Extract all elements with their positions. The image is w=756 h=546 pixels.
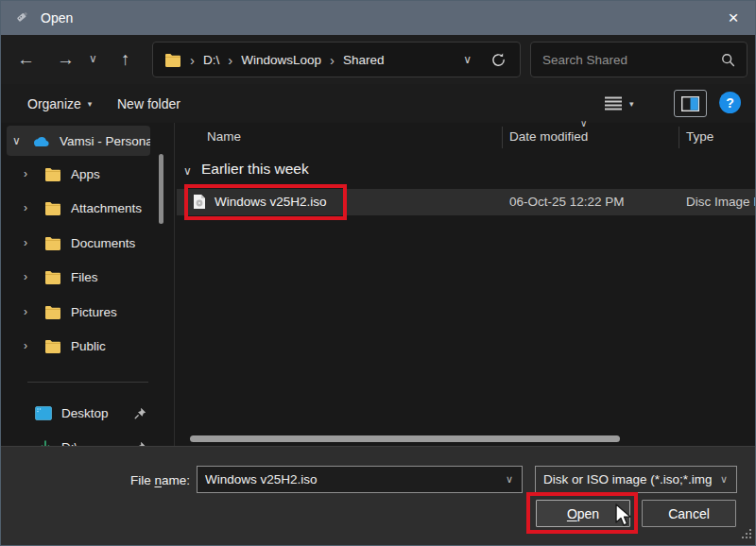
breadcrumb-separator: ›: [228, 52, 232, 68]
sidebar-item-desktop[interactable]: Desktop: [7, 398, 152, 428]
column-header-name[interactable]: Name: [207, 129, 241, 144]
forward-button[interactable]: →: [57, 50, 75, 68]
sidebar-scrollbar[interactable]: [159, 154, 163, 224]
sidebar-item-public[interactable]: › Public: [7, 331, 152, 361]
sidebar-item-label: Apps: [71, 167, 100, 181]
sidebar-item-label: Desktop: [61, 406, 109, 420]
sort-indicator-icon: ∨: [580, 118, 587, 128]
folder-icon: [44, 236, 61, 250]
details-view-icon: [604, 95, 623, 111]
breadcrumb-separator: ›: [190, 52, 195, 68]
organize-label: Organize: [27, 96, 81, 111]
cancel-button[interactable]: Cancel: [642, 500, 736, 527]
usb-drive-icon: [14, 9, 30, 28]
view-mode-button[interactable]: ▾: [604, 84, 634, 123]
column-divider[interactable]: [502, 127, 503, 148]
file-type-value: Disk or ISO image (*.iso;*.img;*: [536, 472, 712, 486]
chevron-right-icon[interactable]: ›: [24, 236, 35, 249]
file-name-label: File name:: [122, 473, 190, 487]
folder-icon: [164, 53, 181, 67]
pin-icon: [134, 407, 146, 419]
folder-icon: [44, 201, 61, 215]
folder-icon: [44, 167, 61, 181]
help-icon: ?: [726, 95, 734, 111]
window-title: Open: [41, 10, 73, 26]
column-header-date-modified[interactable]: Date modified: [509, 129, 588, 144]
close-icon: ×: [728, 8, 738, 28]
breadcrumb-item-windowsloop[interactable]: WindowsLoop: [241, 53, 321, 67]
chevron-right-icon[interactable]: ›: [24, 201, 35, 214]
file-name-combobox[interactable]: ∨: [197, 466, 523, 493]
sidebar-item-label: Pictures: [71, 305, 117, 319]
sidebar-item-label: Vamsi - Personal: [60, 134, 150, 148]
preview-pane-toggle[interactable]: [674, 90, 707, 117]
navigation-bar: ← → ∨ ↑ › D:\ › WindowsLoop › Shared ∨: [1, 35, 755, 84]
chevron-down-icon[interactable]: ∨: [12, 134, 24, 147]
group-collapse-chevron-icon[interactable]: ∨: [183, 164, 192, 178]
sidebar-item-onedrive-root[interactable]: ∨ Vamsi - Personal: [7, 126, 150, 156]
close-button[interactable]: ×: [712, 1, 755, 35]
preview-pane-icon: [681, 96, 699, 111]
organize-button[interactable]: Organize ▾: [27, 84, 92, 123]
sidebar-item-label: Attachments: [71, 201, 142, 215]
sidebar-item-label: Public: [71, 339, 106, 353]
recent-locations-button[interactable]: ∨: [89, 53, 97, 64]
file-name-input[interactable]: [198, 472, 497, 486]
refresh-icon: [490, 52, 507, 68]
address-bar[interactable]: › D:\ › WindowsLoop › Shared ∨: [152, 42, 521, 77]
folder-icon: [44, 270, 61, 284]
chevron-right-icon[interactable]: ›: [24, 167, 35, 180]
file-date-modified: 06-Oct-25 12:22 PM: [509, 195, 625, 209]
up-button[interactable]: ↑: [121, 50, 130, 68]
breadcrumb-separator: ›: [330, 52, 335, 68]
column-header-type[interactable]: Type: [686, 129, 713, 144]
search-icon: [721, 53, 735, 67]
sidebar-divider: [174, 123, 175, 448]
caret-down-icon: ▾: [88, 99, 93, 109]
chevron-right-icon[interactable]: ›: [24, 270, 35, 283]
caret-down-icon: ▾: [629, 99, 634, 109]
sidebar-item-label: Files: [71, 270, 98, 284]
file-type-select[interactable]: Disk or ISO image (*.iso;*.img;* ∨: [535, 466, 737, 493]
command-bar: Organize ▾ New folder ▾ ?: [1, 84, 755, 123]
column-divider[interactable]: [679, 127, 679, 148]
address-dropdown-chevron-icon[interactable]: ∨: [463, 53, 472, 66]
breadcrumb-item-shared[interactable]: Shared: [343, 53, 385, 67]
chevron-right-icon[interactable]: ›: [24, 339, 35, 352]
search-input[interactable]: [542, 53, 721, 67]
sidebar-item-apps[interactable]: › Apps: [7, 159, 152, 189]
group-header[interactable]: Earlier this week: [201, 161, 309, 178]
chevron-right-icon[interactable]: ›: [24, 305, 35, 318]
breadcrumb-item-drive[interactable]: D:\: [203, 53, 219, 67]
open-file-dialog: Open × ← → ∨ ↑ › D:\ › WindowsLoop › Sha…: [0, 0, 756, 546]
sidebar-item-attachments[interactable]: › Attachments: [7, 193, 152, 223]
new-folder-button[interactable]: New folder: [117, 84, 180, 123]
title-bar: Open ×: [1, 1, 755, 35]
file-type: Disc Image File: [686, 195, 756, 209]
folder-icon: [44, 339, 61, 353]
sidebar-item-pictures[interactable]: › Pictures: [7, 297, 152, 327]
content-area: ∨ Vamsi - Personal › Apps › Attachments …: [1, 123, 755, 448]
sidebar-section-divider: [27, 382, 148, 383]
sidebar-item-files[interactable]: › Files: [7, 262, 152, 292]
chevron-down-icon[interactable]: ∨: [506, 473, 513, 486]
back-button[interactable]: ←: [17, 50, 35, 68]
annotation-box-file: [184, 184, 347, 220]
sidebar-item-documents[interactable]: › Documents: [7, 228, 152, 258]
mouse-cursor-icon: [613, 503, 634, 532]
horizontal-scrollbar[interactable]: [190, 435, 620, 442]
dialog-footer: File name: ∨ Disk or ISO image (*.iso;*.…: [1, 446, 755, 545]
sidebar-item-label: Documents: [71, 236, 135, 250]
new-folder-label: New folder: [117, 96, 180, 111]
folder-icon: [44, 305, 61, 319]
onedrive-cloud-icon: [31, 134, 50, 147]
chevron-down-icon: ∨: [720, 473, 728, 486]
help-button[interactable]: ?: [719, 92, 741, 113]
resize-grip[interactable]: [742, 526, 752, 543]
desktop-icon: [35, 406, 52, 420]
refresh-button[interactable]: [490, 52, 507, 68]
search-box[interactable]: [530, 42, 747, 77]
